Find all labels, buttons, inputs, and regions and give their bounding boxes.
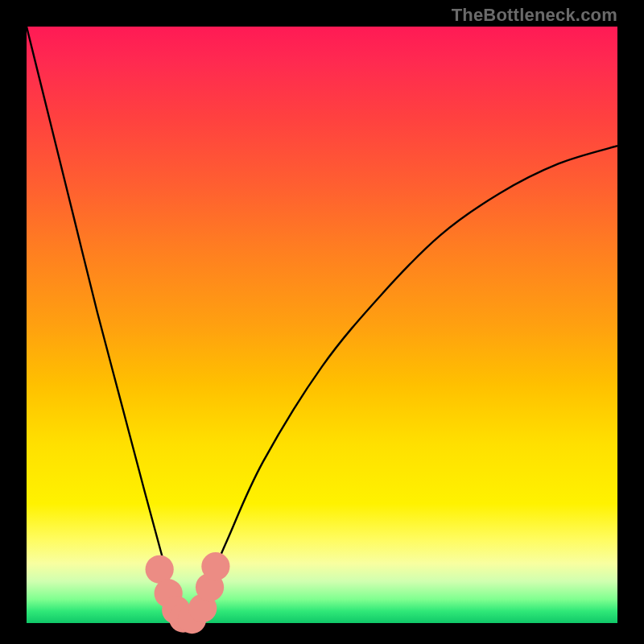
chart-svg bbox=[0, 0, 644, 644]
curve-marker bbox=[201, 552, 229, 580]
outer-frame: TheBottleneck.com bbox=[0, 0, 644, 644]
bottleneck-curve bbox=[27, 27, 617, 623]
